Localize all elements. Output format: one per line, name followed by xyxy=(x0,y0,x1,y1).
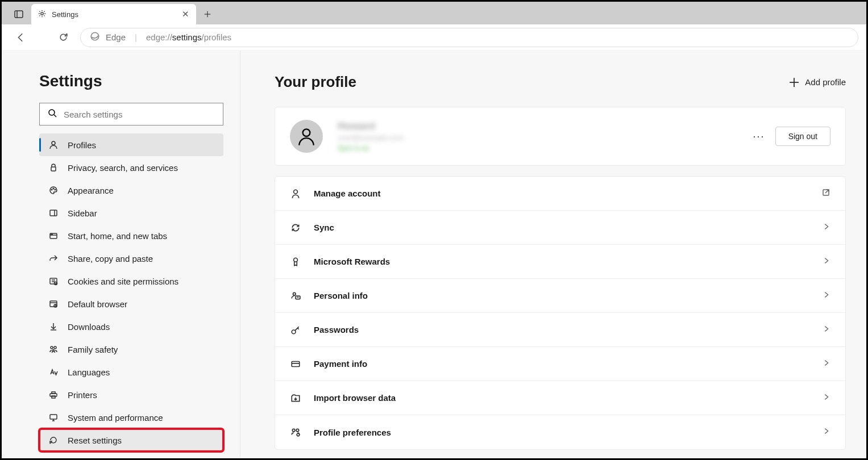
svg-point-44 xyxy=(293,292,296,295)
sidebar-icon xyxy=(48,208,59,218)
more-button[interactable]: ··· xyxy=(753,131,765,143)
sidebar-item-family[interactable]: Family safety xyxy=(39,338,223,361)
sidebar-item-label: Appearance xyxy=(68,186,114,195)
share-icon xyxy=(48,253,59,264)
address-bar[interactable]: Edge | edge://settings/profiles xyxy=(80,28,858,47)
sidebar-item-language[interactable]: Languages xyxy=(39,361,223,383)
sidebar-item-browser[interactable]: Default browser xyxy=(39,292,223,315)
sidebar-item-reset[interactable]: Reset settings xyxy=(39,429,223,451)
svg-point-51 xyxy=(296,429,299,432)
external-link-icon xyxy=(821,188,830,199)
list-item-label: Payment info xyxy=(314,359,810,369)
svg-rect-9 xyxy=(51,167,56,171)
sidebar-item-label: Start, home, and new tabs xyxy=(68,231,167,241)
svg-rect-33 xyxy=(52,392,55,394)
toolbar: Edge | edge://settings/profiles xyxy=(2,24,866,51)
svg-rect-19 xyxy=(50,278,57,284)
svg-point-50 xyxy=(292,429,295,432)
svg-rect-13 xyxy=(50,210,57,216)
svg-point-8 xyxy=(52,141,55,145)
list-item-label: Sync xyxy=(314,223,810,232)
svg-point-11 xyxy=(53,188,54,189)
profile-actions: ··· Sign out xyxy=(753,127,830,146)
svg-point-28 xyxy=(51,346,53,349)
signout-button[interactable]: Sign out xyxy=(775,127,830,146)
svg-rect-48 xyxy=(292,361,300,366)
nav-list: ProfilesPrivacy, search, and servicesApp… xyxy=(39,133,224,451)
profile-status: Sync is on xyxy=(338,144,753,152)
content: Settings ProfilesPrivacy, search, and se… xyxy=(2,51,866,458)
sidebar-title: Settings xyxy=(39,72,224,90)
list-item-label: Microsoft Rewards xyxy=(314,257,810,266)
sidebar-item-sidebar[interactable]: Sidebar xyxy=(39,202,223,224)
svg-point-40 xyxy=(303,129,310,136)
svg-line-7 xyxy=(54,115,56,117)
reset-icon xyxy=(48,435,59,445)
list-item-key[interactable]: Passwords xyxy=(275,313,845,347)
prefs-icon xyxy=(290,426,301,438)
svg-point-12 xyxy=(55,189,56,190)
avatar xyxy=(290,120,323,153)
sidebar-item-label: Default browser xyxy=(68,299,127,309)
svg-rect-0 xyxy=(15,11,23,18)
profile-info: Howard user@example.com Sync is on xyxy=(338,120,753,152)
list-item-personal[interactable]: Personal info xyxy=(275,279,845,313)
refresh-button[interactable] xyxy=(52,27,74,48)
chevron-right-icon xyxy=(823,359,830,369)
download-icon xyxy=(48,321,59,332)
tabs-icon xyxy=(48,231,59,241)
tab-title: Settings xyxy=(52,10,78,19)
list-item-sync[interactable]: Sync xyxy=(275,211,845,245)
sidebar-item-tabs[interactable]: Start, home, and new tabs xyxy=(39,224,223,247)
list-item-rewards[interactable]: Microsoft Rewards xyxy=(275,245,845,279)
profile-name: Howard xyxy=(338,120,753,132)
sync-icon xyxy=(290,222,301,233)
sidebar-item-cookies[interactable]: Cookies and site permissions xyxy=(39,270,223,292)
chevron-right-icon xyxy=(823,291,830,301)
list-item-card[interactable]: Payment info xyxy=(275,347,845,381)
sidebar-item-label: Privacy, search, and services xyxy=(68,163,178,173)
key-icon xyxy=(290,324,301,336)
sidebar-item-share[interactable]: Share, copy and paste xyxy=(39,247,223,270)
list-item-import[interactable]: Import browser data xyxy=(275,381,845,415)
sidebar-item-label: Family safety xyxy=(68,345,118,354)
list-item-person[interactable]: Manage account xyxy=(275,177,845,211)
add-profile-label: Add profile xyxy=(805,77,846,87)
page-title: Your profile xyxy=(275,73,356,91)
lock-icon xyxy=(48,162,59,173)
sidebar-item-label: Share, copy and paste xyxy=(68,254,153,264)
sidebar-item-label: System and performance xyxy=(68,413,163,423)
chevron-right-icon xyxy=(823,257,830,267)
tab-settings[interactable]: Settings ✕ xyxy=(31,4,196,24)
list-item-prefs[interactable]: Profile preferences xyxy=(275,415,845,449)
sidebar-item-lock[interactable]: Privacy, search, and services xyxy=(39,156,223,179)
chevron-right-icon xyxy=(823,393,830,403)
system-icon xyxy=(48,412,59,423)
sidebar-item-profile[interactable]: Profiles xyxy=(39,133,223,156)
sidebar-item-label: Downloads xyxy=(68,322,110,332)
svg-line-27 xyxy=(56,306,57,307)
search-input[interactable] xyxy=(64,110,215,119)
sidebar-item-palette[interactable]: Appearance xyxy=(39,179,223,202)
list-item-label: Passwords xyxy=(314,325,810,334)
chevron-right-icon xyxy=(823,427,830,437)
sidebar-item-system[interactable]: System and performance xyxy=(39,406,223,429)
back-button[interactable] xyxy=(10,27,32,48)
sidebar-item-printer[interactable]: Printers xyxy=(39,383,223,406)
close-icon[interactable]: ✕ xyxy=(182,9,189,19)
language-icon xyxy=(48,367,59,377)
add-profile-button[interactable]: Add profile xyxy=(789,77,846,87)
settings-list: Manage accountSyncMicrosoft RewardsPerso… xyxy=(275,176,846,450)
list-item-label: Personal info xyxy=(314,291,810,300)
search-icon xyxy=(48,108,57,120)
cookies-icon xyxy=(48,276,59,286)
person-icon xyxy=(290,188,301,199)
new-tab-button[interactable] xyxy=(196,4,219,24)
sidebar-item-download[interactable]: Downloads xyxy=(39,315,223,338)
address-label: Edge xyxy=(106,32,126,42)
svg-rect-34 xyxy=(52,396,55,398)
profile-icon xyxy=(48,140,59,150)
family-icon xyxy=(48,344,59,354)
tab-actions-icon[interactable] xyxy=(6,4,31,24)
search-settings[interactable] xyxy=(39,103,223,126)
